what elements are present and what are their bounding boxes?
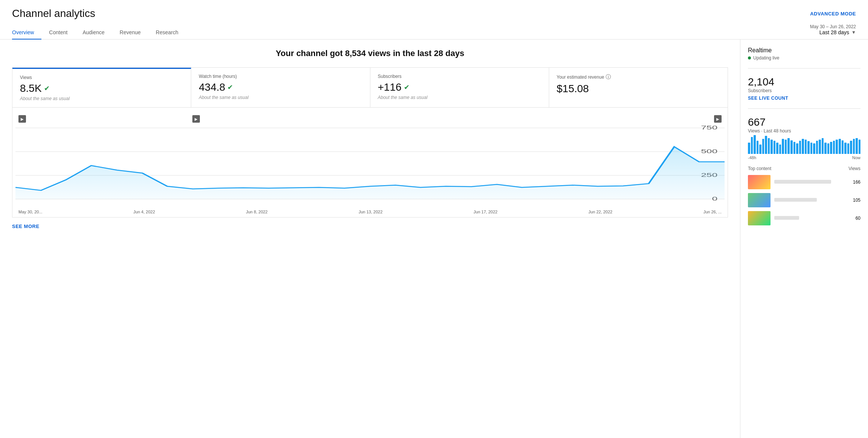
metric-card-watchtime[interactable]: Watch time (hours) 434.8 ✔ About the sam… [191,68,370,107]
check-icon-subscribers: ✔ [404,83,410,91]
see-live-count-button[interactable]: SEE LIVE COUNT [748,96,860,101]
subscribers-section: 2,104 Subscribers SEE LIVE COUNT [748,76,860,109]
bar-item [757,141,759,154]
top-content-views-label: Views [848,166,860,171]
content-thumbnail-0 [748,175,771,189]
live-dot [748,56,751,59]
metric-note-watchtime: About the same as usual [199,95,362,100]
content-bar-wrap-2 [774,216,845,221]
tabs-row: Overview Content Audience Revenue Resear… [0,20,868,40]
bar-item [796,143,798,154]
views-48h-label: Views · Last 48 hours [748,128,860,134]
content-thumbnail-1 [748,193,771,207]
bar-item [827,143,830,154]
bar-item [816,141,818,154]
metric-cards: Views 8.5K ✔ About the same as usual Wat… [12,67,728,108]
video-marker-1[interactable]: ▶ [18,115,26,123]
bar-item [765,136,767,154]
bar-item [822,138,824,154]
bar-item [807,141,810,154]
bar-item [802,139,804,154]
content-views-0: 166 [849,179,860,185]
views-48h-section: 667 Views · Last 48 hours -48h Now [748,116,860,160]
bar-item [844,143,847,154]
x-label-4: Jun 17, 2022 [474,210,498,214]
svg-marker-8 [15,147,725,199]
metric-card-views[interactable]: Views 8.5K ✔ About the same as usual [12,68,191,107]
bar-item [830,142,832,154]
bar-item [790,140,793,154]
page-container: Channel analytics ADVANCED MODE Overview… [0,0,868,438]
content-views-2: 60 [849,216,860,221]
see-more-button[interactable]: SEE MORE [12,224,728,229]
advanced-mode-button[interactable]: ADVANCED MODE [810,11,856,17]
tab-revenue[interactable]: Revenue [112,26,148,39]
top-content-section: Top content Views 166 105 [748,166,860,225]
x-label-3: Jun 13, 2022 [359,210,383,214]
content-views-1: 105 [849,198,860,203]
info-icon[interactable]: ⓘ [606,74,611,81]
bar-item [833,141,835,154]
bar-x-label-left: -48h [748,155,756,160]
metric-label-subscribers: Subscribers [378,74,541,79]
subscriber-label: Subscribers [748,88,860,93]
bar-item [748,143,750,154]
x-label-1: Jun 4, 2022 [133,210,155,214]
bar-item [839,139,841,154]
bar-item [751,137,753,154]
views-48h-count: 667 [748,116,860,128]
metric-card-subscribers[interactable]: Subscribers +116 ✔ About the same as usu… [370,68,549,107]
tab-research[interactable]: Research [148,26,186,39]
content-item-1[interactable]: 105 [748,193,860,207]
tab-overview[interactable]: Overview [12,26,41,39]
bar-chart-48h [748,135,860,154]
svg-text:750: 750 [701,125,717,130]
bar-item [774,141,776,154]
metric-note-subscribers: About the same as usual [378,95,541,100]
bar-item [785,140,787,154]
date-preset-row: Last 28 days ▼ [819,29,856,35]
updating-live-text: Updating live [753,55,779,61]
video-marker-3[interactable]: ▶ [714,115,722,123]
bar-item [799,141,801,154]
bar-item [754,135,756,154]
bar-chart-bars [748,135,860,154]
page-title: Channel analytics [12,8,95,20]
check-icon-watchtime: ✔ [227,83,233,91]
bar-item [759,144,761,154]
channel-summary: Your channel got 8,534 views in the last… [12,49,728,58]
chart-area: ▶ ▶ ▶ ▶ ▶ ▶ ▶ ▶ ▶ [12,108,728,217]
tab-content[interactable]: Content [41,26,75,39]
bar-item [793,142,796,154]
bar-item [819,140,821,154]
updating-live: Updating live [748,55,860,61]
bar-item [779,144,781,154]
content-bar-0 [774,180,831,184]
chevron-down-icon: ▼ [851,30,856,35]
metric-note-views: About the same as usual [20,96,183,101]
content-item-0[interactable]: 166 [748,175,860,189]
content-bar-wrap-0 [774,180,845,184]
date-picker[interactable]: May 30 – Jun 26, 2022 Last 28 days ▼ [810,24,856,39]
x-label-6: Jun 26, ... [704,210,722,214]
bar-item [824,143,827,154]
content-thumbnail-2 [748,211,771,225]
subscriber-count: 2,104 [748,76,860,88]
bar-item [776,143,778,154]
content-item-2[interactable]: 60 [748,211,860,225]
bar-item [853,139,855,154]
bar-item [810,143,813,154]
bar-item [859,140,861,154]
x-label-5: Jun 22, 2022 [588,210,612,214]
bar-item [768,138,770,154]
metric-value-subscribers: +116 ✔ [378,81,541,93]
content-bar-1 [774,198,817,202]
metric-card-revenue[interactable]: Your estimated revenue ⓘ $15.08 [549,68,728,107]
bar-x-labels: -48h Now [748,155,860,160]
realtime-title: Realtime [748,47,860,54]
metric-label-revenue: Your estimated revenue ⓘ [557,74,720,81]
bar-item [813,143,815,154]
video-marker-2[interactable]: ▶ [192,115,200,123]
metric-value-views: 8.5K ✔ [20,82,183,94]
tab-audience[interactable]: Audience [75,26,112,39]
